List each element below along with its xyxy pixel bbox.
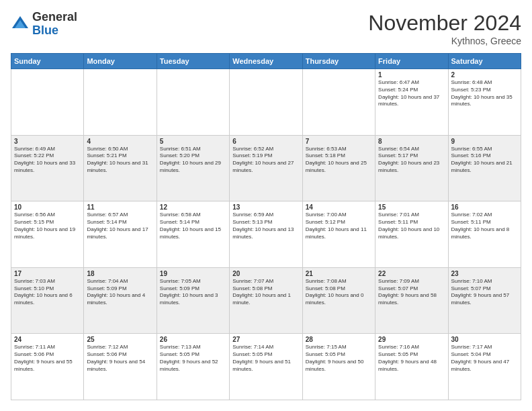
day-info: Sunrise: 7:09 AM Sunset: 5:07 PM Dayligh… xyxy=(378,278,445,307)
calendar-table: SundayMondayTuesdayWednesdayThursdayFrid… xyxy=(11,53,521,400)
week-row-1: 1Sunrise: 6:47 AM Sunset: 5:24 PM Daylig… xyxy=(11,69,521,136)
day-info: Sunrise: 7:14 AM Sunset: 5:05 PM Dayligh… xyxy=(232,344,299,373)
day-cell: 1Sunrise: 6:47 AM Sunset: 5:24 PM Daylig… xyxy=(375,69,448,136)
day-info: Sunrise: 7:10 AM Sunset: 5:07 PM Dayligh… xyxy=(451,278,518,307)
week-row-3: 10Sunrise: 6:56 AM Sunset: 5:15 PM Dayli… xyxy=(11,201,521,268)
day-number: 16 xyxy=(451,203,518,211)
day-number: 13 xyxy=(232,203,299,211)
day-number: 26 xyxy=(160,336,226,343)
day-number: 6 xyxy=(232,138,299,145)
day-cell: 4Sunrise: 6:50 AM Sunset: 5:21 PM Daylig… xyxy=(84,135,157,201)
day-info: Sunrise: 7:12 AM Sunset: 5:06 PM Dayligh… xyxy=(87,344,153,373)
weekday-header-thursday: Thursday xyxy=(302,54,375,69)
day-cell: 2Sunrise: 6:48 AM Sunset: 5:23 PM Daylig… xyxy=(448,69,521,136)
logo: General Blue xyxy=(11,11,77,38)
day-number: 17 xyxy=(14,270,81,277)
day-number: 10 xyxy=(14,203,81,211)
day-number: 28 xyxy=(306,336,372,343)
day-info: Sunrise: 6:57 AM Sunset: 5:14 PM Dayligh… xyxy=(87,212,153,240)
day-info: Sunrise: 6:58 AM Sunset: 5:14 PM Dayligh… xyxy=(160,212,226,240)
day-number: 25 xyxy=(87,336,153,343)
day-number: 18 xyxy=(87,270,153,277)
day-info: Sunrise: 7:17 AM Sunset: 5:04 PM Dayligh… xyxy=(451,344,518,373)
day-cell: 27Sunrise: 7:14 AM Sunset: 5:05 PM Dayli… xyxy=(230,334,302,400)
day-number: 11 xyxy=(87,203,153,211)
day-cell xyxy=(84,69,157,136)
day-cell: 17Sunrise: 7:03 AM Sunset: 5:10 PM Dayli… xyxy=(11,267,84,334)
day-cell: 18Sunrise: 7:04 AM Sunset: 5:09 PM Dayli… xyxy=(84,267,157,334)
day-cell: 14Sunrise: 7:00 AM Sunset: 5:12 PM Dayli… xyxy=(302,201,375,268)
day-number: 9 xyxy=(451,138,518,145)
weekday-header-monday: Monday xyxy=(84,54,157,69)
weekday-header-sunday: Sunday xyxy=(11,54,84,69)
day-info: Sunrise: 7:00 AM Sunset: 5:12 PM Dayligh… xyxy=(306,212,372,240)
day-cell xyxy=(157,69,229,136)
day-cell: 8Sunrise: 6:54 AM Sunset: 5:17 PM Daylig… xyxy=(375,135,448,201)
day-number: 23 xyxy=(451,270,518,277)
day-number: 8 xyxy=(378,138,445,145)
day-number: 24 xyxy=(14,336,81,343)
day-cell: 3Sunrise: 6:49 AM Sunset: 5:22 PM Daylig… xyxy=(11,135,84,201)
day-info: Sunrise: 6:53 AM Sunset: 5:18 PM Dayligh… xyxy=(306,146,372,175)
day-cell: 16Sunrise: 7:02 AM Sunset: 5:11 PM Dayli… xyxy=(448,201,521,268)
day-cell: 22Sunrise: 7:09 AM Sunset: 5:07 PM Dayli… xyxy=(375,267,448,334)
day-cell: 11Sunrise: 6:57 AM Sunset: 5:14 PM Dayli… xyxy=(84,201,157,268)
day-info: Sunrise: 7:13 AM Sunset: 5:05 PM Dayligh… xyxy=(160,344,226,373)
day-info: Sunrise: 7:01 AM Sunset: 5:11 PM Dayligh… xyxy=(378,212,445,240)
day-number: 1 xyxy=(378,71,445,79)
day-info: Sunrise: 6:49 AM Sunset: 5:22 PM Dayligh… xyxy=(14,146,81,175)
day-info: Sunrise: 7:08 AM Sunset: 5:08 PM Dayligh… xyxy=(306,278,372,307)
day-number: 21 xyxy=(306,270,372,277)
day-cell: 9Sunrise: 6:55 AM Sunset: 5:16 PM Daylig… xyxy=(448,135,521,201)
day-info: Sunrise: 6:52 AM Sunset: 5:19 PM Dayligh… xyxy=(232,146,299,175)
day-info: Sunrise: 7:02 AM Sunset: 5:11 PM Dayligh… xyxy=(451,212,518,240)
day-cell: 13Sunrise: 6:59 AM Sunset: 5:13 PM Dayli… xyxy=(230,201,302,268)
day-cell: 24Sunrise: 7:11 AM Sunset: 5:06 PM Dayli… xyxy=(11,334,84,400)
day-cell: 19Sunrise: 7:05 AM Sunset: 5:09 PM Dayli… xyxy=(157,267,229,334)
day-number: 3 xyxy=(14,138,81,145)
day-number: 5 xyxy=(160,138,226,145)
day-info: Sunrise: 6:54 AM Sunset: 5:17 PM Dayligh… xyxy=(378,146,445,175)
weekday-header-tuesday: Tuesday xyxy=(157,54,229,69)
day-info: Sunrise: 6:55 AM Sunset: 5:16 PM Dayligh… xyxy=(451,146,518,175)
day-info: Sunrise: 7:15 AM Sunset: 5:05 PM Dayligh… xyxy=(306,344,372,373)
page: General Blue November 2024 Kythnos, Gree… xyxy=(0,0,532,411)
day-info: Sunrise: 6:51 AM Sunset: 5:20 PM Dayligh… xyxy=(160,146,226,175)
weekday-header-wednesday: Wednesday xyxy=(230,54,302,69)
day-cell: 10Sunrise: 6:56 AM Sunset: 5:15 PM Dayli… xyxy=(11,201,84,268)
day-info: Sunrise: 7:04 AM Sunset: 5:09 PM Dayligh… xyxy=(87,278,153,307)
day-info: Sunrise: 7:16 AM Sunset: 5:05 PM Dayligh… xyxy=(378,344,445,373)
day-info: Sunrise: 6:59 AM Sunset: 5:13 PM Dayligh… xyxy=(232,212,299,240)
title-block: November 2024 Kythnos, Greece xyxy=(368,11,521,46)
day-info: Sunrise: 7:05 AM Sunset: 5:09 PM Dayligh… xyxy=(160,278,226,307)
weekday-header-friday: Friday xyxy=(375,54,448,69)
day-number: 2 xyxy=(451,71,518,79)
day-cell xyxy=(302,69,375,136)
day-number: 12 xyxy=(160,203,226,211)
day-cell: 29Sunrise: 7:16 AM Sunset: 5:05 PM Dayli… xyxy=(375,334,448,400)
logo-blue-text: Blue xyxy=(32,24,58,37)
week-row-5: 24Sunrise: 7:11 AM Sunset: 5:06 PM Dayli… xyxy=(11,334,521,400)
day-number: 27 xyxy=(232,336,299,343)
day-number: 19 xyxy=(160,270,226,277)
day-info: Sunrise: 7:07 AM Sunset: 5:08 PM Dayligh… xyxy=(232,278,299,307)
day-number: 15 xyxy=(378,203,445,211)
day-cell: 5Sunrise: 6:51 AM Sunset: 5:20 PM Daylig… xyxy=(157,135,229,201)
header: General Blue November 2024 Kythnos, Gree… xyxy=(11,11,521,46)
weekday-header-row: SundayMondayTuesdayWednesdayThursdayFrid… xyxy=(11,54,521,69)
day-cell: 25Sunrise: 7:12 AM Sunset: 5:06 PM Dayli… xyxy=(84,334,157,400)
day-info: Sunrise: 6:56 AM Sunset: 5:15 PM Dayligh… xyxy=(14,212,81,240)
week-row-2: 3Sunrise: 6:49 AM Sunset: 5:22 PM Daylig… xyxy=(11,135,521,201)
day-number: 7 xyxy=(306,138,372,145)
day-number: 29 xyxy=(378,336,445,343)
day-cell: 23Sunrise: 7:10 AM Sunset: 5:07 PM Dayli… xyxy=(448,267,521,334)
logo-general-text: General xyxy=(32,10,77,24)
day-info: Sunrise: 7:03 AM Sunset: 5:10 PM Dayligh… xyxy=(14,278,81,307)
day-number: 14 xyxy=(306,203,372,211)
day-cell: 26Sunrise: 7:13 AM Sunset: 5:05 PM Dayli… xyxy=(157,334,229,400)
day-number: 4 xyxy=(87,138,153,145)
day-number: 30 xyxy=(451,336,518,343)
day-cell: 15Sunrise: 7:01 AM Sunset: 5:11 PM Dayli… xyxy=(375,201,448,268)
weekday-header-saturday: Saturday xyxy=(448,54,521,69)
month-title: November 2024 xyxy=(368,11,521,36)
